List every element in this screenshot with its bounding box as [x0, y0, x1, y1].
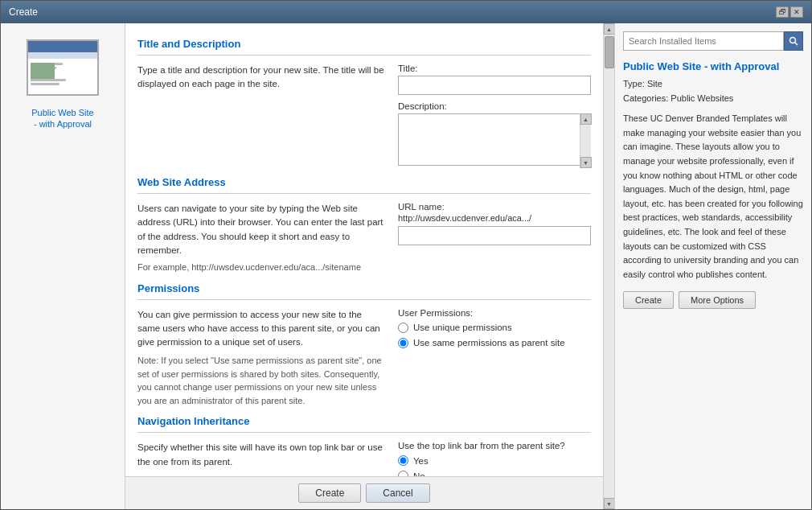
- address-example: For example, http://uwsdev.ucdenver.edu/…: [137, 261, 386, 274]
- radio-same-label: Use same permissions as parent site: [413, 338, 565, 348]
- scroll-thumb-main[interactable]: [605, 36, 614, 68]
- radio-nav-no[interactable]: [398, 471, 408, 476]
- navigation-radio-group: Yes No: [398, 455, 591, 476]
- permissions-note: Note: If you select "Use same permission…: [137, 354, 386, 407]
- section-title-navigation: Navigation Inheritance: [137, 415, 591, 427]
- type-label: Type: Site: [623, 77, 803, 92]
- title-bar: Create 🗗 ✕: [1, 1, 811, 23]
- address-desc-text: Users can navigate to your site by typin…: [137, 204, 383, 255]
- search-icon: [789, 36, 798, 46]
- main-with-scroll: Title and Description Type a title and d…: [125, 23, 614, 509]
- permissions-section-fields: User Permissions: Use unique permissions…: [398, 308, 591, 408]
- navigation-row: Specify whether this site will have its …: [137, 441, 591, 476]
- right-panel: Public Web Site - with Approval Type: Si…: [614, 23, 811, 509]
- scroll-down-btn[interactable]: ▼: [580, 157, 592, 168]
- form-scroll-area: Title and Description Type a title and d…: [125, 23, 603, 476]
- panel-site-title[interactable]: Public Web Site - with Approval: [623, 60, 803, 72]
- top-link-label: Use the top link bar from the parent sit…: [398, 441, 591, 450]
- description-textarea[interactable]: [398, 113, 591, 166]
- permissions-radio-group: Use unique permissions Use same permissi…: [398, 323, 591, 348]
- search-input[interactable]: [623, 31, 784, 51]
- section-title-address: Web Site Address: [137, 176, 591, 188]
- title-section-description: Type a title and description for your ne…: [137, 64, 386, 168]
- categories-label: Categories: Public Websites: [623, 92, 803, 106]
- thumb-img: [31, 63, 55, 79]
- search-button[interactable]: [784, 31, 803, 51]
- title-section-fields: Title: Description: ▲ ▼: [398, 64, 591, 168]
- svg-point-0: [790, 38, 796, 43]
- section-divider-permissions: [137, 299, 591, 300]
- url-prefix: http://uwsdev.ucdenver.edu/aca.../: [398, 213, 591, 223]
- section-title-description: Title and Description: [137, 38, 591, 50]
- permissions-radio-same: Use same permissions as parent site: [398, 338, 591, 348]
- radio-unique-label: Use unique permissions: [413, 323, 512, 332]
- permissions-desc-text: You can give permission to access your n…: [137, 310, 380, 348]
- url-name-label: URL name:: [398, 202, 591, 212]
- section-divider-navigation: [137, 432, 591, 433]
- description-textarea-wrapper: ▲ ▼: [398, 113, 591, 168]
- user-permissions-label: User Permissions:: [398, 308, 591, 318]
- panel-more-options-button[interactable]: More Options: [679, 291, 756, 309]
- create-window: Create 🗗 ✕ Pu: [0, 0, 812, 510]
- title-description-row: Type a title and description for your ne…: [137, 64, 591, 168]
- form-footer: Create Cancel: [125, 476, 603, 509]
- scroll-up-main[interactable]: ▲: [604, 23, 615, 35]
- description-field-label: Description:: [398, 101, 591, 111]
- panel-type: Type: Site Categories: Public Websites: [623, 77, 803, 105]
- section-divider: [137, 55, 591, 56]
- panel-actions: Create More Options: [623, 291, 803, 309]
- textarea-scrollbar: ▲ ▼: [580, 113, 591, 168]
- window-controls: 🗗 ✕: [776, 6, 803, 18]
- footer-create-button[interactable]: Create: [298, 483, 361, 503]
- panel-description: These UC Denver Branded Templates will m…: [623, 112, 803, 282]
- radio-unique-permissions[interactable]: [398, 323, 408, 333]
- address-row: Users can navigate to your site by typin…: [137, 202, 591, 274]
- footer-cancel-button[interactable]: Cancel: [366, 483, 429, 503]
- permissions-row: You can give permission to access your n…: [137, 308, 591, 408]
- scroll-down-main[interactable]: ▼: [604, 498, 615, 509]
- window-title: Create: [9, 6, 38, 18]
- nav-radio-no: No: [398, 471, 591, 476]
- scroll-up-btn[interactable]: ▲: [580, 113, 592, 125]
- thumb-nav: [28, 52, 97, 59]
- thumb-header: [28, 41, 97, 52]
- svg-line-1: [795, 43, 798, 45]
- close-button[interactable]: ✕: [790, 6, 803, 18]
- thumb-content: [28, 59, 97, 89]
- permissions-section-description: You can give permission to access your n…: [137, 308, 386, 408]
- radio-nav-yes[interactable]: [398, 455, 408, 466]
- restore-button[interactable]: 🗗: [776, 6, 789, 18]
- title-field-label: Title:: [398, 64, 591, 73]
- left-panel: Public Web Site- with Approval: [1, 23, 125, 509]
- permissions-radio-unique: Use unique permissions: [398, 323, 591, 333]
- navigation-section-description: Specify whether this site will have its …: [137, 441, 386, 476]
- section-title-permissions: Permissions: [137, 282, 591, 294]
- address-section-description: Users can navigate to your site by typin…: [137, 202, 386, 274]
- template-label[interactable]: Public Web Site- with Approval: [31, 107, 93, 130]
- nav-radio-yes: Yes: [398, 455, 591, 466]
- thumbnail-inner: [28, 41, 97, 94]
- thumb-line: [31, 79, 66, 81]
- nav-yes-label: Yes: [413, 456, 429, 466]
- thumb-line: [31, 83, 59, 85]
- search-bar: [623, 31, 803, 51]
- radio-same-permissions[interactable]: [398, 338, 408, 348]
- section-divider-address: [137, 193, 591, 194]
- window-body: Public Web Site- with Approval Title and…: [1, 23, 811, 509]
- main-scrollbar: ▲ ▼: [603, 23, 614, 509]
- title-input[interactable]: [398, 76, 591, 95]
- template-thumbnail[interactable]: [27, 39, 99, 96]
- url-input[interactable]: [398, 226, 591, 245]
- main-content: Title and Description Type a title and d…: [125, 23, 603, 509]
- address-section-fields: URL name: http://uwsdev.ucdenver.edu/aca…: [398, 202, 591, 274]
- navigation-section-fields: Use the top link bar from the parent sit…: [398, 441, 591, 476]
- panel-create-button[interactable]: Create: [623, 291, 674, 309]
